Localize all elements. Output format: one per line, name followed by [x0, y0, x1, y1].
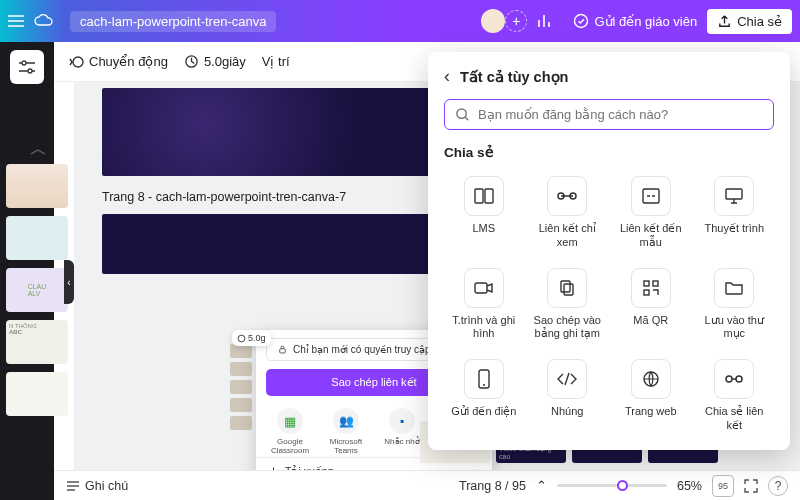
- share-option-template-link[interactable]: Liên kết đến mẫu: [611, 170, 691, 256]
- svg-point-3: [73, 57, 83, 67]
- share-option-share-link[interactable]: Chia sẻ liên kết: [695, 353, 775, 439]
- help-button[interactable]: ?: [768, 476, 788, 496]
- send-to-teacher-button[interactable]: Gửi đến giáo viên: [563, 8, 707, 34]
- svg-rect-18: [644, 281, 649, 286]
- adjustments-button[interactable]: [10, 50, 44, 84]
- cloud-sync-icon[interactable]: [34, 14, 54, 28]
- phone-icon: [464, 359, 504, 399]
- embed-icon: [547, 359, 587, 399]
- zoom-value[interactable]: 65%: [677, 479, 702, 493]
- share-option-view-link[interactable]: Liên kết chỉ xem: [528, 170, 608, 256]
- duration-pill[interactable]: 5.0g: [232, 330, 271, 346]
- share-microsoft-teams[interactable]: 👥Microsoft Teams: [321, 408, 371, 455]
- clipboard-icon: [547, 268, 587, 308]
- scroll-up-icon[interactable]: ⌃: [536, 478, 547, 493]
- page-indicator[interactable]: Trang 8 / 95: [459, 479, 526, 493]
- share-option-folder[interactable]: Lưu vào thư mục: [695, 262, 775, 348]
- share-button-label: Chia sẻ: [737, 14, 782, 29]
- share-option-embed[interactable]: Nhúng: [528, 353, 608, 439]
- link-icon: [547, 176, 587, 216]
- svg-point-1: [22, 61, 26, 65]
- slide-preview-current[interactable]: [102, 214, 442, 274]
- share-option-present-record[interactable]: T.trình và ghi hình: [444, 262, 524, 348]
- duration-label: 5.0giây: [204, 54, 246, 69]
- grid-view-button[interactable]: 95: [712, 475, 734, 497]
- svg-rect-17: [564, 284, 573, 295]
- svg-rect-6: [280, 349, 286, 353]
- share-option-clipboard[interactable]: Sao chép vào bảng ghi tạm: [528, 262, 608, 348]
- svg-rect-16: [561, 281, 570, 292]
- motion-button[interactable]: Chuyển động: [68, 54, 168, 70]
- position-label: Vị trí: [262, 54, 290, 69]
- svg-point-22: [483, 384, 485, 386]
- slide-thumbnails: CLAUALV N THÔNGABC: [0, 142, 74, 470]
- svg-rect-13: [643, 189, 659, 203]
- share-section-title: Chia sẻ: [444, 144, 774, 160]
- share-option-qr[interactable]: Mã QR: [611, 262, 691, 348]
- slide-thumbnail[interactable]: [6, 372, 68, 416]
- share-search[interactable]: [444, 99, 774, 130]
- svg-point-8: [457, 109, 466, 118]
- duration-button[interactable]: 5.0giây: [184, 54, 246, 69]
- slide-thumbnail[interactable]: CLAUALV: [6, 268, 68, 312]
- back-button[interactable]: ‹: [444, 66, 450, 87]
- globe-icon: [631, 359, 671, 399]
- slide-thumbnail[interactable]: [6, 164, 68, 208]
- bottom-bar: Ghi chú Trang 8 / 95 ⌃ 65% 95 ?: [54, 470, 800, 500]
- zoom-slider[interactable]: [557, 484, 667, 487]
- collapse-sidebar-handle[interactable]: ‹: [64, 260, 74, 304]
- mini-thumb-column: [230, 344, 254, 430]
- svg-rect-14: [726, 189, 742, 199]
- document-title[interactable]: cach-lam-powerpoint-tren-canva: [70, 11, 276, 32]
- slide-thumbnail[interactable]: N THÔNGABC: [6, 320, 68, 364]
- zoom-thumb[interactable]: [617, 480, 628, 491]
- mini-thumb: [230, 344, 252, 358]
- share-link-icon: [714, 359, 754, 399]
- mini-thumb: [230, 380, 252, 394]
- share-option-lms[interactable]: LMS: [444, 170, 524, 256]
- search-icon: [455, 107, 470, 122]
- motion-label: Chuyển động: [89, 54, 168, 69]
- notes-button[interactable]: Ghi chú: [66, 479, 128, 493]
- share-google-classroom[interactable]: ▦Google Classroom: [265, 408, 315, 455]
- app-header: cach-lam-powerpoint-tren-canva + Gửi đến…: [0, 0, 800, 42]
- lms-icon: [464, 176, 504, 216]
- menu-icon[interactable]: [8, 15, 24, 27]
- add-collaborator-button[interactable]: +: [505, 10, 527, 32]
- present-icon: [714, 176, 754, 216]
- svg-point-0: [575, 15, 588, 28]
- template-link-icon: [631, 176, 671, 216]
- share-search-input[interactable]: [478, 107, 763, 122]
- slide-thumbnail[interactable]: [6, 216, 68, 260]
- share-option-present[interactable]: Thuyết trình: [695, 170, 775, 256]
- svg-rect-19: [653, 281, 658, 286]
- slide-preview-prev[interactable]: [102, 88, 442, 176]
- analytics-button[interactable]: [527, 8, 563, 34]
- share-option-website[interactable]: Trang web: [611, 353, 691, 439]
- svg-point-5: [238, 335, 245, 342]
- fullscreen-button[interactable]: [744, 479, 758, 493]
- send-to-teacher-label: Gửi đến giáo viên: [594, 14, 697, 29]
- svg-point-25: [736, 376, 742, 382]
- folder-icon: [714, 268, 754, 308]
- svg-rect-20: [644, 290, 649, 295]
- share-panel-title: Tất cả tùy chọn: [460, 69, 568, 85]
- svg-rect-15: [475, 283, 487, 293]
- svg-rect-9: [475, 189, 483, 203]
- share-option-phone[interactable]: Gửi đến điện: [444, 353, 524, 439]
- share-button[interactable]: Chia sẻ: [707, 9, 792, 34]
- svg-rect-10: [485, 189, 493, 203]
- record-icon: [464, 268, 504, 308]
- user-avatar[interactable]: [481, 9, 505, 33]
- share-options-grid: LMS Liên kết chỉ xem Liên kết đến mẫu Th…: [444, 170, 774, 439]
- mini-thumb: [230, 416, 252, 430]
- svg-point-24: [726, 376, 732, 382]
- svg-point-2: [28, 69, 32, 73]
- mini-thumb: [230, 398, 252, 412]
- mini-thumb: [230, 362, 252, 376]
- position-button[interactable]: Vị trí: [262, 54, 290, 69]
- share-panel: ‹ Tất cả tùy chọn Chia sẻ LMS Liên kết c…: [428, 52, 790, 450]
- qr-icon: [631, 268, 671, 308]
